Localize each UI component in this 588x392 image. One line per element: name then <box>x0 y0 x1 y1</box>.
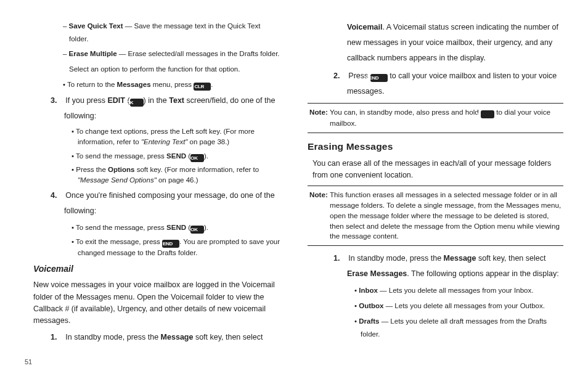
text-c: on page 38.) <box>187 138 229 145</box>
text: You can erase all of the messages in eac… <box>312 159 551 179</box>
text-a: • To send the message, press <box>71 224 166 231</box>
step-number: 1. <box>51 333 57 341</box>
text-a: If you press <box>65 96 107 105</box>
text: 51 <box>25 358 32 365</box>
text-b: EDIT <box>107 96 125 105</box>
note-1: Note: You can, in standby mode, also pre… <box>308 107 563 129</box>
text-b: Message <box>161 333 194 341</box>
text-a: • To return to the <box>63 81 117 88</box>
sub-bullet-send: • To send the message, press SEND (OK). <box>25 150 280 163</box>
text-c: — Lets you delete all draft messages fro… <box>361 317 547 338</box>
text-c: — Lets you delete all messages from your… <box>383 302 544 309</box>
text-a: • To send the message, press <box>71 152 166 160</box>
divider <box>308 133 563 133</box>
text-d: ). <box>204 152 208 160</box>
text-c: soft key, then select <box>193 333 263 341</box>
step-number: 3. <box>51 96 57 105</box>
right-column: Voicemail. A Voicemail status screen ind… <box>308 20 563 377</box>
text: Erasing Messages <box>308 141 393 152</box>
dash-marker: – <box>63 22 69 30</box>
dash-item-erase-multiple: – Erase Multiple — Erase selected/all me… <box>25 47 280 60</box>
text-a: • Press the <box>71 166 108 173</box>
end-key-icon: END <box>162 240 179 248</box>
instruction-line: Select an option to perform the function… <box>25 63 280 76</box>
text-b: Outbox <box>359 302 383 309</box>
step-3: 3. If you press EDIT (OK) in the Text sc… <box>25 93 280 124</box>
dash-item-save-quick-text: – Save Quick Text — Save the message tex… <box>25 20 280 45</box>
text-d: ). <box>204 224 208 231</box>
dash-marker: – <box>63 50 69 57</box>
text-c: soft key. (For more information, refer t… <box>134 166 259 173</box>
clr-key-icon: CLR <box>194 83 211 91</box>
text: New voice messages in your voice mailbox… <box>33 280 275 325</box>
text-c: soft key, then select <box>476 254 545 263</box>
text-e: on page 46.) <box>157 176 198 184</box>
bullet-return-messages: • To return to the Messages menu, press … <box>25 78 280 91</box>
step-number: 2. <box>333 71 340 80</box>
dash-label: Erase Multiple <box>69 50 117 57</box>
text-c: ( <box>186 224 190 231</box>
dash-label: Save Quick Text <box>69 22 123 30</box>
text-b: Drafts <box>359 317 379 325</box>
erasing-messages-heading: Erasing Messages <box>308 138 563 155</box>
text: Once you're finished composing your mess… <box>64 191 275 215</box>
erase-step-1: 1. In standby mode, press the Message so… <box>308 251 563 282</box>
text-b: You can, in standby mode, also press and… <box>328 108 481 116</box>
text-e: . The following options appear in the di… <box>407 269 558 278</box>
text: Select an option to perform the function… <box>69 65 240 73</box>
text-e: Text <box>169 96 184 105</box>
voicemail-continuation: Voicemail. A Voicemail status screen ind… <box>308 20 563 66</box>
text-b: Messages <box>117 81 151 88</box>
erasing-paragraph: You can erase all of the messages in eac… <box>308 158 563 182</box>
text-b: SEND <box>166 224 186 231</box>
text-c: menu, press <box>151 81 194 88</box>
voicemail-paragraph: New voice messages in your voice mailbox… <box>25 279 280 327</box>
send-key-icon: SEND <box>370 74 388 82</box>
divider <box>308 245 563 246</box>
dash-desc: — Erase selected/all messages in the Dra… <box>117 50 280 57</box>
page-number: 51 <box>25 356 280 369</box>
text-a: In standby mode, press the <box>348 254 443 263</box>
ok-key-icon: OK <box>190 226 204 234</box>
text-d: . <box>211 81 213 88</box>
text-c: ( <box>186 152 190 160</box>
option-inbox: • Inbox — Lets you delete all messages f… <box>308 284 563 297</box>
sub-bullet-send-2: • To send the message, press SEND (OK). <box>25 221 280 234</box>
text-d: Erase Messages <box>347 269 407 278</box>
text-b: Message <box>444 254 476 263</box>
one-key-icon: 1 <box>481 110 494 118</box>
sub-bullet-options: • Press the Options soft key. (For more … <box>25 165 280 185</box>
text-a: Voicemail <box>347 23 382 31</box>
ok-key-icon: OK <box>130 99 144 107</box>
divider <box>308 186 563 186</box>
option-outbox: • Outbox — Lets you delete all messages … <box>308 300 563 312</box>
text-b: "Entering Text" <box>141 138 188 145</box>
option-drafts: • Drafts — Lets you delete all draft mes… <box>308 315 563 340</box>
text-d: ) in the <box>144 96 169 105</box>
text-d: "Message Send Options" <box>78 176 157 184</box>
text-b: Inbox <box>359 287 378 294</box>
voicemail-heading: Voicemail <box>25 261 280 277</box>
divider <box>308 103 563 104</box>
step-number: 1. <box>333 254 340 263</box>
page: – Save Quick Text — Save the message tex… <box>0 0 588 392</box>
sub-bullet-text-options: • To change text options, press the Left… <box>25 126 280 147</box>
sub-bullet-exit: • To exit the message, press END. You ar… <box>25 237 280 258</box>
text-c: — Lets you delete all messages from your… <box>378 287 533 294</box>
voicemail-step-2: 2. Press SEND to call your voice mailbox… <box>308 68 563 99</box>
ok-key-icon: OK <box>190 154 204 162</box>
text-a: In standby mode, press the <box>65 333 160 341</box>
note-label: Note: <box>309 108 328 116</box>
text-b: SEND <box>166 152 186 160</box>
step-4: 4. Once you're finished composing your m… <box>25 188 280 219</box>
note-2: Note: This function erases all messages … <box>308 190 563 242</box>
step-number: 4. <box>51 191 57 200</box>
text-a: • To exit the message, press <box>71 238 162 245</box>
voicemail-step-1: 1. In standby mode, press the Message so… <box>25 330 280 345</box>
text-b: This function erases all messages in a s… <box>328 190 561 240</box>
text-b: Options <box>108 166 134 173</box>
left-column: – Save Quick Text — Save the message tex… <box>25 20 280 377</box>
text: Voicemail <box>33 264 73 274</box>
note-label: Note: <box>309 190 328 198</box>
